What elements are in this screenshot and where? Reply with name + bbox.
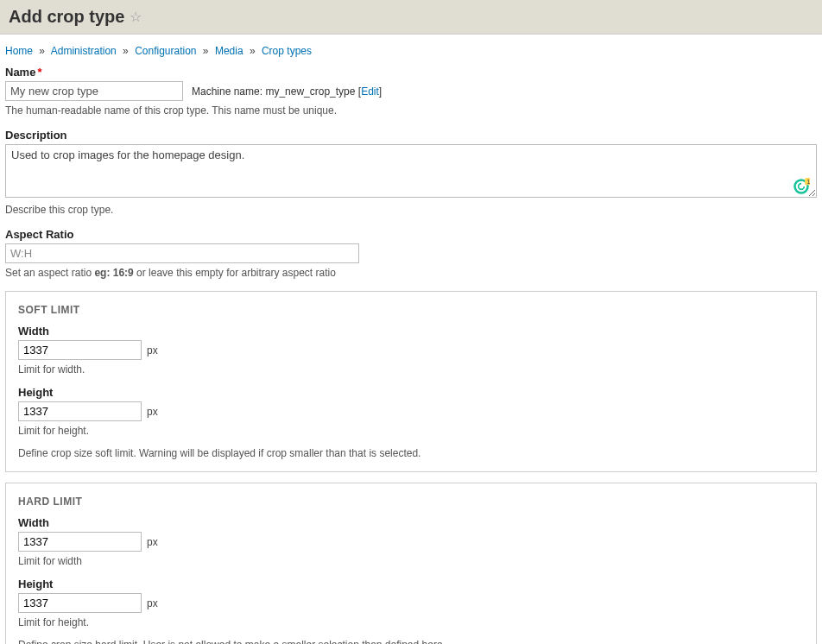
hard-limit-height-help: Limit for height. (18, 616, 804, 628)
aspect-ratio-field: Aspect Ratio Set an aspect ratio eg: 16:… (5, 228, 817, 279)
machine-name-value: my_new_crop_type (265, 85, 355, 98)
aspect-ratio-help-text: Set an aspect ratio eg: 16:9 or leave th… (5, 267, 817, 279)
px-suffix: px (147, 406, 158, 418)
machine-name-display: Machine name: my_new_crop_type [Edit] (192, 85, 382, 98)
aspect-help-example: eg: 16:9 (94, 267, 133, 279)
hard-limit-width-label: Width (18, 516, 804, 529)
hard-limit-height-input[interactable] (18, 593, 142, 613)
svg-text:1: 1 (806, 179, 810, 185)
soft-limit-description: Define crop size soft limit. Warning wil… (18, 447, 804, 459)
soft-limit-title: SOFT LIMIT (18, 304, 804, 316)
aspect-ratio-label: Aspect Ratio (5, 228, 817, 241)
breadcrumb-separator: » (203, 45, 209, 57)
soft-limit-width-field: Width px Limit for width. (18, 325, 804, 376)
hard-limit-title: HARD LIMIT (18, 496, 804, 508)
px-suffix: px (147, 536, 158, 548)
soft-limit-height-input[interactable] (18, 401, 142, 421)
grammarly-icon[interactable]: 1 (793, 178, 810, 195)
machine-name-prefix: Machine name: (192, 85, 262, 98)
content-region: Home » Administration » Configuration » … (0, 35, 822, 644)
hard-limit-fieldset: HARD LIMIT Width px Limit for width Heig… (5, 483, 817, 644)
aspect-help-post: or leave this empty for arbitrary aspect… (134, 267, 336, 279)
description-field: Description 1 Describe this crop type. (5, 129, 817, 216)
soft-limit-height-field: Height px Limit for height. (18, 386, 804, 437)
soft-limit-fieldset: SOFT LIMIT Width px Limit for width. Hei… (5, 291, 817, 472)
breadcrumb-configuration[interactable]: Configuration (135, 45, 196, 57)
breadcrumb-administration[interactable]: Administration (51, 45, 117, 57)
name-label: Name* (5, 66, 817, 79)
aspect-help-pre: Set an aspect ratio (5, 267, 94, 279)
soft-limit-width-help: Limit for width. (18, 363, 804, 376)
required-marker: * (37, 66, 41, 79)
name-field: Name* Machine name: my_new_crop_type [Ed… (5, 66, 817, 117)
px-suffix: px (147, 597, 158, 609)
breadcrumb-crop-types[interactable]: Crop types (262, 45, 312, 57)
hard-limit-width-field: Width px Limit for width (18, 516, 804, 567)
hard-limit-description: Define crop size hard limit. User is not… (18, 639, 804, 644)
name-label-text: Name (5, 66, 35, 79)
aspect-ratio-input[interactable] (5, 243, 359, 263)
hard-limit-height-label: Height (18, 578, 804, 590)
hard-limit-width-input[interactable] (18, 532, 142, 552)
soft-limit-height-help: Limit for height. (18, 425, 804, 437)
description-label: Description (5, 129, 817, 142)
soft-limit-width-input[interactable] (18, 340, 142, 360)
breadcrumb: Home » Administration » Configuration » … (5, 41, 817, 66)
page-title: Add crop type (9, 7, 124, 27)
description-help-text: Describe this crop type. (5, 204, 817, 216)
favorite-star-icon[interactable]: ☆ (130, 9, 142, 25)
machine-name-edit-link[interactable]: Edit (361, 85, 379, 98)
breadcrumb-separator: » (123, 45, 129, 57)
description-textarea[interactable] (5, 144, 817, 198)
breadcrumb-home[interactable]: Home (5, 45, 33, 57)
hard-limit-width-help: Limit for width (18, 555, 804, 567)
breadcrumb-separator: » (39, 45, 45, 57)
breadcrumb-separator: » (250, 45, 256, 57)
breadcrumb-media[interactable]: Media (215, 45, 243, 57)
soft-limit-height-label: Height (18, 386, 804, 399)
name-help-text: The human-readable name of this crop typ… (5, 104, 817, 117)
soft-limit-width-label: Width (18, 325, 804, 338)
page-header: Add crop type ☆ (0, 0, 822, 35)
hard-limit-height-field: Height px Limit for height. (18, 578, 804, 628)
px-suffix: px (147, 344, 158, 357)
name-input[interactable] (5, 81, 183, 101)
